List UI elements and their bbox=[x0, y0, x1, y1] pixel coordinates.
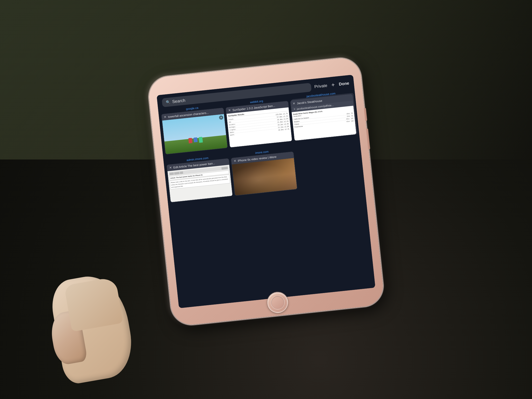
tab-card-imore-video[interactable]: ✕ iPhone 6s video review | iMore bbox=[231, 151, 297, 196]
tab-content-webkit: SunSpider Results Total:219.8ms ±1.7% 3d… bbox=[227, 107, 292, 147]
tab-card-edit-article[interactable]: ✕ Edit Article The best power ban... bbox=[167, 158, 233, 202]
tab-card-towerfall[interactable]: ✕ towerfall ascension characters... bbox=[161, 108, 228, 155]
tab-card-jacobs[interactable]: ✕ Jacob's Steakhouse ✕ jacobssteakhouse.… bbox=[290, 94, 357, 141]
tab-content-jacobs: Snake River Farms Wagyu (A), U.S.A. Tend… bbox=[291, 106, 356, 141]
new-tab-button[interactable]: + bbox=[331, 81, 335, 88]
search-icon: 🔍 bbox=[165, 100, 170, 105]
tab-close-jacobs-sub[interactable]: ✕ bbox=[293, 108, 296, 111]
tab-grid: google.ca ✕ towerfall ascension characte… bbox=[158, 90, 375, 308]
tab-content-imore-video bbox=[232, 158, 297, 195]
tab-close-towerfall[interactable]: ✕ bbox=[164, 115, 167, 119]
tab-close-edit-article[interactable]: ✕ bbox=[169, 166, 172, 170]
iphone-device: 🔍 Search Private + Done google.ca bbox=[147, 56, 385, 327]
tab-stack-jacobs: ✕ Jacob's Steakhouse ✕ jacobssteakhouse.… bbox=[290, 94, 357, 141]
tab-close-jacobs-main[interactable]: ✕ bbox=[292, 102, 295, 106]
top-bar-actions: Private + Done bbox=[314, 80, 350, 90]
safari-tab-switcher: 🔍 Search Private + Done google.ca bbox=[157, 75, 375, 308]
tab-group-webkit: webkit.org ✕ SunSpider 1.0.2 JavaScript … bbox=[225, 97, 292, 148]
tab-close-webkit[interactable]: ✕ bbox=[228, 109, 231, 112]
home-button-inner bbox=[270, 295, 285, 310]
tab-content-towerfall: ✕ bbox=[162, 114, 228, 154]
tab-group-imore-video: imore.com ✕ iPhone 6s video review | iMo… bbox=[230, 148, 297, 196]
tab-group-jacobs: jacobssteakhouse.com ✕ Jacob's Steakhous… bbox=[290, 90, 357, 141]
iphone-screen: 🔍 Search Private + Done google.ca bbox=[157, 75, 375, 308]
tab-group-edit-article: admin.imore.com ✕ Edit Article The best … bbox=[166, 154, 233, 203]
private-button[interactable]: Private bbox=[314, 83, 327, 89]
done-button[interactable]: Done bbox=[338, 81, 349, 87]
tab-card-webkit[interactable]: ✕ SunSpider 1.0.2 JavaScript Ben... SunS… bbox=[226, 101, 292, 148]
tab-group-towerfall: google.ca ✕ towerfall ascension characte… bbox=[161, 104, 228, 155]
tab-close-imore-video[interactable]: ✕ bbox=[234, 159, 236, 163]
tab-content-edit-article: Article: The best power banks for iPhone… bbox=[168, 165, 233, 202]
search-input-label[interactable]: Search bbox=[172, 98, 185, 104]
